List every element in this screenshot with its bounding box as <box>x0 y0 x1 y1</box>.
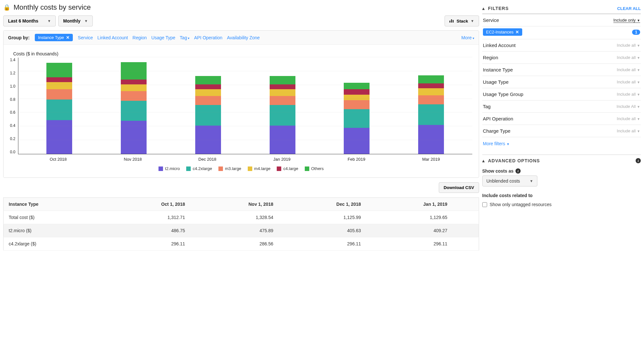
bar-segment[interactable] <box>195 105 221 126</box>
filter-value[interactable]: Include all▼ <box>617 116 640 121</box>
filter-value[interactable]: Include all▼ <box>617 80 640 84</box>
bar-segment[interactable] <box>418 88 444 95</box>
bar-segment[interactable] <box>344 89 370 95</box>
filter-value[interactable]: Include only▼ <box>613 18 640 23</box>
cost-type-select[interactable]: Unblended costs ▼ <box>482 176 537 186</box>
filter-row[interactable]: TagInclude All▼ <box>482 100 641 113</box>
filter-row[interactable]: Charge TypeInclude all▼ <box>482 125 641 137</box>
filter-row[interactable]: Usage TypeInclude all▼ <box>482 76 641 88</box>
bar-segment[interactable] <box>418 75 444 84</box>
bar-segment[interactable] <box>270 89 295 96</box>
bar-segment[interactable] <box>418 125 444 154</box>
group-by-bar: Group by: Instance Type ✕ ServiceLinked … <box>4 31 479 45</box>
table-header[interactable]: Instance Type <box>4 198 105 211</box>
legend-item[interactable]: c4.2xlarge <box>186 166 212 171</box>
untagged-checkbox[interactable] <box>482 202 487 207</box>
table-header[interactable]: Dec 1, 2018 <box>278 198 366 211</box>
info-icon[interactable]: i <box>636 158 641 163</box>
filter-value[interactable]: Include all▼ <box>617 43 640 48</box>
filter-value[interactable]: Include all▼ <box>617 55 640 60</box>
bar-column[interactable] <box>121 62 147 154</box>
bar-segment[interactable] <box>46 89 72 100</box>
bar-segment[interactable] <box>344 100 370 109</box>
cell-value: 1,312.71 <box>104 211 190 224</box>
advanced-heading[interactable]: ADVANCED OPTIONS <box>482 158 540 163</box>
close-icon[interactable]: ✕ <box>66 35 70 40</box>
clear-all-button[interactable]: CLEAR ALL <box>617 6 641 11</box>
legend-item[interactable]: c4.large <box>277 166 298 171</box>
filter-value[interactable]: Include all▼ <box>617 67 640 72</box>
filter-row[interactable]: Usage Type GroupInclude all▼ <box>482 88 641 100</box>
more-filters-link[interactable]: More filters ▼ <box>482 137 641 150</box>
bar-segment[interactable] <box>270 84 295 89</box>
bar-segment[interactable] <box>270 76 295 84</box>
bar-segment[interactable] <box>46 82 72 89</box>
bar-segment[interactable] <box>46 100 72 120</box>
bar-segment[interactable] <box>195 96 221 105</box>
bar-segment[interactable] <box>46 77 72 82</box>
group-by-option[interactable]: Linked Account <box>97 35 128 40</box>
filter-value[interactable]: Include All▼ <box>617 104 640 109</box>
filter-value[interactable]: Include all▼ <box>617 128 640 133</box>
bar-segment[interactable] <box>121 91 147 101</box>
untagged-checkbox-row[interactable]: Show only untagged resources <box>482 200 641 209</box>
bar-segment[interactable] <box>418 83 444 88</box>
bar-segment[interactable] <box>195 76 221 84</box>
granularity-select[interactable]: Monthly ▼ <box>58 15 93 26</box>
group-by-more[interactable]: More <box>461 35 474 40</box>
filter-name: Charge Type <box>483 128 511 134</box>
group-by-option[interactable]: Region <box>132 35 147 40</box>
filter-row[interactable]: RegionInclude all▼ <box>482 52 641 64</box>
group-by-option[interactable]: Tag <box>180 35 189 40</box>
bar-segment[interactable] <box>270 105 295 126</box>
bar-segment[interactable] <box>46 120 72 154</box>
bar-column[interactable] <box>418 75 444 154</box>
bar-segment[interactable] <box>418 95 444 104</box>
group-by-option[interactable]: Service <box>78 35 93 40</box>
timerange-select[interactable]: Last 6 Months ▼ <box>3 15 56 26</box>
bar-column[interactable] <box>270 76 295 154</box>
filter-row[interactable]: API OperationInclude all▼ <box>482 113 641 125</box>
bar-segment[interactable] <box>344 128 370 154</box>
y-tick: 0.0 <box>10 150 15 154</box>
filters-heading[interactable]: FILTERS <box>482 6 509 11</box>
filter-name: Usage Type Group <box>483 91 524 97</box>
filter-chip[interactable]: EC2-Instances ✕ <box>483 28 522 36</box>
bar-segment[interactable] <box>46 63 72 77</box>
bar-segment[interactable] <box>344 95 370 100</box>
bar-column[interactable] <box>195 76 221 154</box>
table-header[interactable]: Jan 1, 2019 <box>366 198 452 211</box>
group-by-option[interactable]: Availability Zone <box>227 35 260 40</box>
row-label: Total cost ($) <box>4 211 105 224</box>
bar-segment[interactable] <box>121 80 147 84</box>
bar-segment[interactable] <box>344 109 370 128</box>
group-by-option[interactable]: Usage Type <box>151 35 175 40</box>
bar-segment[interactable] <box>195 89 221 96</box>
x-tick: Nov 2018 <box>120 157 146 162</box>
legend-item[interactable]: Others <box>305 166 324 171</box>
group-by-option[interactable]: API Operation <box>194 35 222 40</box>
table-header[interactable]: Nov 1, 2018 <box>190 198 278 211</box>
filter-row[interactable]: Linked AccountInclude all▼ <box>482 39 641 52</box>
info-icon[interactable]: i <box>515 168 521 174</box>
filter-row[interactable]: ServiceInclude only▼ <box>482 14 641 26</box>
bar-segment[interactable] <box>121 101 147 121</box>
download-csv-button[interactable]: Download CSV <box>439 182 479 193</box>
bar-segment[interactable] <box>195 84 221 89</box>
group-by-active-chip[interactable]: Instance Type ✕ <box>35 34 73 41</box>
bar-segment[interactable] <box>270 96 295 105</box>
bar-column[interactable] <box>344 83 370 154</box>
bar-segment[interactable] <box>418 104 444 125</box>
bar-segment[interactable] <box>344 83 370 89</box>
bar-segment[interactable] <box>121 84 147 91</box>
table-header[interactable]: Oct 1, 2018 <box>104 198 190 211</box>
filter-value[interactable]: Include all▼ <box>617 92 640 97</box>
chart-type-button[interactable]: Stack ▼ <box>445 15 479 26</box>
bar-column[interactable] <box>46 63 72 154</box>
filter-row[interactable]: Instance TypeInclude all▼ <box>482 64 641 76</box>
legend-item[interactable]: t2.micro <box>159 166 180 171</box>
close-icon[interactable]: ✕ <box>515 30 519 34</box>
legend-item[interactable]: m4.large <box>248 166 271 171</box>
legend-swatch <box>186 166 191 171</box>
legend-item[interactable]: m3.large <box>218 166 241 171</box>
